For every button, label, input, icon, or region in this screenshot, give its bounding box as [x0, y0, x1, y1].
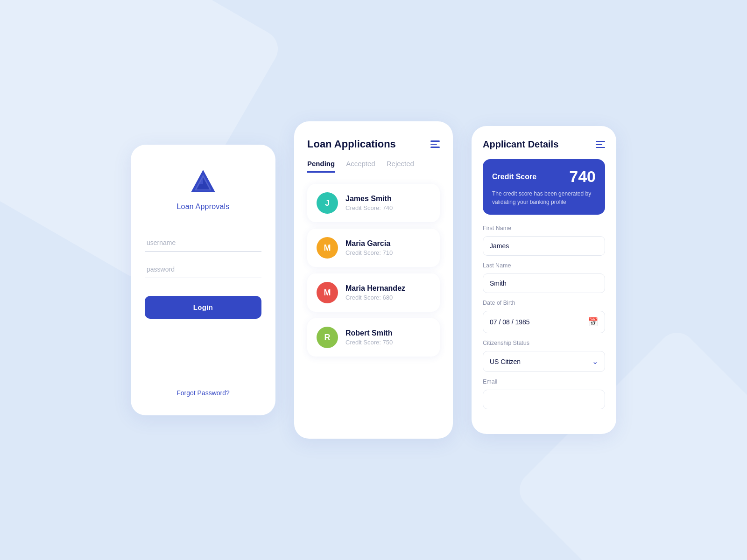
password-input[interactable] — [145, 261, 261, 278]
credit-score-desc: The credit score has been generated by v… — [492, 189, 596, 206]
details-menu-line-2 — [596, 144, 602, 145]
dob-group: Date of Birth 07 / 08 / 1985 📅 — [483, 300, 605, 333]
logo-icon — [189, 168, 217, 196]
login-panel: Loan Approvals Login Forgot Password? — [131, 145, 275, 415]
credit-score-value: 740 — [569, 168, 596, 186]
citizenship-group: Citizenship Status US Citizen ⌄ — [483, 340, 605, 372]
applicant-score-maria-garcia: Credit Score: 710 — [345, 249, 393, 256]
email-input[interactable] — [483, 390, 605, 409]
avatar-maria-garcia: M — [317, 237, 338, 259]
avatar-james: J — [317, 192, 338, 214]
applicant-name-maria-garcia: Maria Garcia — [345, 239, 393, 248]
details-header: Applicant Details — [483, 139, 605, 150]
applicant-details-panel: Applicant Details Credit Score 740 The c… — [472, 126, 616, 434]
applicant-card-robert-smith[interactable]: R Robert Smith Credit Score: 750 — [307, 318, 440, 357]
avatar-robert-smith: R — [317, 327, 338, 348]
applicant-name-james: James Smith — [345, 195, 393, 203]
details-menu-line-3 — [596, 147, 605, 148]
email-label: Email — [483, 378, 605, 385]
details-title: Applicant Details — [483, 139, 558, 150]
applicant-list: J James Smith Credit Score: 740 M Maria … — [307, 184, 440, 357]
applicant-name-maria-hernandez: Maria Hernandez — [345, 284, 405, 293]
loan-panel-header: Loan Applications — [307, 138, 440, 150]
details-menu-line-1 — [596, 141, 605, 142]
credit-score-top: Credit Score 740 — [492, 168, 596, 186]
applicant-info-maria-garcia: Maria Garcia Credit Score: 710 — [345, 239, 393, 256]
avatar-maria-hernandez: M — [317, 282, 338, 303]
details-menu-icon[interactable] — [596, 141, 605, 148]
tab-pending[interactable]: Pending — [307, 160, 335, 173]
menu-icon[interactable] — [430, 140, 440, 148]
loan-panel-title: Loan Applications — [307, 138, 396, 150]
applicant-card-maria-garcia[interactable]: M Maria Garcia Credit Score: 710 — [307, 229, 440, 267]
menu-line-1 — [430, 140, 440, 142]
menu-line-3 — [430, 147, 440, 148]
login-form: Login — [145, 234, 261, 347]
logo-text: Loan Approvals — [176, 203, 229, 211]
applicant-score-james: Credit Score: 740 — [345, 204, 393, 211]
dob-value: 07 / 08 / 1985 — [490, 318, 530, 326]
loan-applications-panel: Loan Applications Pending Accepted Rejec… — [294, 121, 453, 439]
applicant-card-james[interactable]: J James Smith Credit Score: 740 — [307, 184, 440, 222]
calendar-icon: 📅 — [588, 317, 598, 327]
last-name-input[interactable] — [483, 273, 605, 293]
last-name-label: Last Name — [483, 262, 605, 269]
citizenship-value: US Citizen — [490, 358, 521, 365]
email-group: Email — [483, 378, 605, 409]
applicant-score-maria-hernandez: Credit Score: 680 — [345, 294, 405, 301]
forgot-password-link[interactable]: Forgot Password? — [176, 389, 230, 397]
applicant-score-robert-smith: Credit Score: 750 — [345, 339, 393, 346]
last-name-group: Last Name — [483, 262, 605, 293]
first-name-label: First Name — [483, 225, 605, 231]
credit-score-label: Credit Score — [492, 173, 536, 181]
tab-accepted[interactable]: Accepted — [346, 160, 375, 173]
applicant-info-james: James Smith Credit Score: 740 — [345, 195, 393, 211]
username-input[interactable] — [145, 234, 261, 252]
applicant-info-robert-smith: Robert Smith Credit Score: 750 — [345, 329, 393, 346]
tab-rejected[interactable]: Rejected — [387, 160, 414, 173]
login-button[interactable]: Login — [145, 296, 261, 319]
applicant-name-robert-smith: Robert Smith — [345, 329, 393, 337]
menu-line-2 — [430, 144, 437, 145]
applicant-info-maria-hernandez: Maria Hernandez Credit Score: 680 — [345, 284, 405, 301]
first-name-input[interactable] — [483, 236, 605, 256]
chevron-down-icon: ⌄ — [592, 357, 598, 366]
applicant-card-maria-hernandez[interactable]: M Maria Hernandez Credit Score: 680 — [307, 273, 440, 312]
logo-container: Loan Approvals — [176, 168, 229, 211]
dob-label: Date of Birth — [483, 300, 605, 306]
citizenship-label: Citizenship Status — [483, 340, 605, 346]
citizenship-select[interactable]: US Citizen ⌄ — [483, 351, 605, 372]
dob-input[interactable]: 07 / 08 / 1985 📅 — [483, 311, 605, 333]
first-name-group: First Name — [483, 225, 605, 256]
credit-score-card: Credit Score 740 The credit score has be… — [483, 159, 605, 215]
tabs: Pending Accepted Rejected — [307, 160, 440, 173]
